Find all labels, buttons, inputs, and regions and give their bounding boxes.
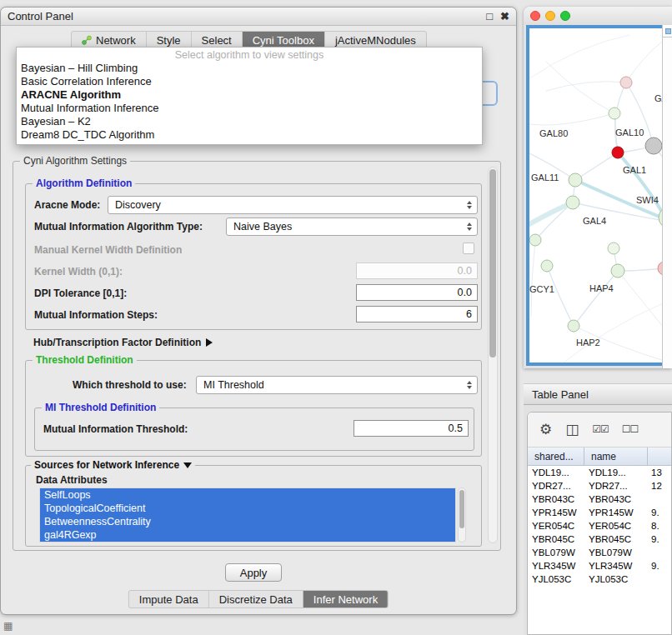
table-row[interactable]: YBR045C YBR045C 9. [528, 532, 671, 546]
network-node[interactable] [541, 260, 553, 272]
tab-network[interactable]: Network [72, 32, 147, 48]
cell-name: YJL053C [584, 574, 648, 584]
kernel-width-field[interactable]: 0.0 [356, 262, 478, 279]
table-row[interactable]: YDL19... YDL19... 13 [528, 466, 671, 479]
close-traffic-light[interactable] [530, 11, 540, 21]
cell-shared-name: YDL19... [528, 468, 584, 478]
table-panel-body: ⚙ ◫ ☑☑ ☐☐ shared... name YDL19... YDL19.… [524, 405, 672, 635]
table-row[interactable]: YBL079W YBL079W [528, 546, 671, 559]
attributes-scrollbar[interactable] [458, 488, 466, 542]
attribute-item[interactable]: BetweennessCentrality [40, 515, 455, 528]
expand-arrow-icon[interactable] [183, 462, 192, 468]
column-header-name[interactable]: name [584, 448, 648, 465]
zoom-traffic-light[interactable] [560, 11, 570, 21]
attribute-item[interactable]: SelfLoops [40, 488, 455, 502]
dropdown-placeholder-option[interactable]: Select algorithm to view settings [17, 49, 482, 62]
network-node[interactable] [566, 196, 579, 209]
network-edge[interactable] [574, 271, 618, 326]
tab-jactivemodules[interactable]: jActiveMNodules [325, 32, 426, 48]
control-panel-titlebar[interactable]: Control Panel □ ✖ [1, 8, 516, 26]
sources-group-title[interactable]: Sources for Network Inference [31, 459, 195, 471]
network-node-label: GAL11 [531, 172, 559, 182]
dpi-tolerance-field[interactable]: 0.0 [356, 284, 478, 301]
mi-threshold-value: 0.5 [449, 422, 463, 434]
network-node[interactable] [611, 264, 624, 278]
close-window-button[interactable]: ✖ [500, 11, 509, 22]
network-node[interactable] [612, 147, 624, 158]
network-node[interactable] [609, 108, 620, 119]
clear-selection-icon[interactable]: ☐☐ [622, 422, 639, 437]
minimize-traffic-light[interactable] [545, 11, 555, 21]
hub-definition-section[interactable]: Hub/Transcription Factor Definition [33, 335, 213, 350]
table-row[interactable]: YLR345W YLR345W 9. [528, 559, 671, 572]
table-row[interactable]: YER054C YER054C 8. [528, 519, 671, 532]
network-edge[interactable] [575, 152, 618, 180]
network-edge[interactable] [554, 303, 663, 362]
network-edge[interactable] [531, 240, 535, 316]
network-node[interactable] [569, 173, 582, 187]
tab-label: Infer Network [313, 593, 378, 606]
column-header-partial[interactable] [648, 448, 671, 465]
column-layout-icon[interactable]: ◫ [565, 422, 579, 437]
network-edge[interactable] [529, 113, 614, 125]
float-window-button[interactable]: □ [486, 11, 493, 22]
select-all-icon[interactable]: ☑☑ [592, 422, 609, 437]
network-edge[interactable] [529, 35, 629, 78]
gear-icon[interactable]: ⚙ [539, 422, 552, 437]
network-node-label: SWI4 [636, 195, 659, 205]
settings-scrollbar-thumb[interactable] [489, 169, 496, 358]
network-edge[interactable] [547, 266, 574, 326]
network-edge[interactable] [535, 202, 573, 240]
network-window-titlebar[interactable] [524, 7, 672, 25]
collapse-arrow-icon[interactable] [206, 338, 213, 347]
apply-button[interactable]: Apply [225, 563, 282, 582]
network-edge[interactable] [546, 82, 626, 91]
tab-discretize-data[interactable]: Discretize Data [209, 591, 303, 608]
algorithm-option[interactable]: Bayesian – Hill Climbing [17, 62, 482, 75]
which-threshold-select[interactable]: MI Threshold [196, 376, 478, 394]
panel-grid-icon[interactable]: ▦ [3, 620, 15, 632]
mi-steps-field[interactable]: 6 [356, 306, 478, 322]
network-edge[interactable] [529, 202, 573, 224]
algorithm-option[interactable]: Bayesian – K2 [17, 115, 482, 128]
network-canvas[interactable]: GAL7GAL80GAL10GAL1GAL11SWI4GAL4GCY1HAP4Y… [529, 28, 669, 362]
table-panel-header[interactable]: Table Panel [524, 383, 672, 405]
algorithm-option[interactable]: Basic Correlation Inference [17, 75, 482, 88]
tab-style[interactable]: Style [147, 32, 192, 48]
algorithm-option[interactable]: Mutual Information Inference [17, 102, 482, 115]
dpi-tolerance-label: DPI Tolerance [0,1]: [34, 288, 127, 299]
network-node[interactable] [620, 77, 632, 88]
network-node[interactable] [529, 234, 541, 246]
network-node-label: HAP2 [576, 338, 600, 348]
settings-group-title: Cyni Algorithm Settings [20, 155, 130, 167]
tab-impute-data[interactable]: Impute Data [129, 591, 209, 608]
network-edge[interactable] [618, 271, 669, 338]
network-edge[interactable] [546, 62, 614, 113]
network-canvas-frame: GAL7GAL80GAL10GAL1GAL11SWI4GAL4GCY1HAP4Y… [526, 25, 672, 366]
attribute-item[interactable]: TopologicalCoefficient [40, 502, 455, 515]
network-node[interactable] [645, 138, 662, 154]
mi-algorithm-type-select[interactable]: Naive Bayes [226, 218, 478, 236]
tab-select[interactable]: Select [192, 32, 243, 48]
algorithm-option[interactable]: Dream8 DC_TDC Algorithm [17, 128, 482, 142]
network-scrollbar[interactable] [662, 25, 672, 368]
table-row[interactable]: YPR145W YPR145W 9. [528, 506, 671, 519]
network-edge[interactable] [626, 41, 663, 82]
column-header-shared-name[interactable]: shared... [528, 448, 584, 465]
network-node[interactable] [568, 320, 579, 332]
table-row[interactable]: YJL053C YJL053C [528, 572, 671, 586]
manual-kernel-checkbox[interactable] [463, 242, 474, 254]
table-row[interactable]: YBR043C YBR043C [528, 492, 671, 506]
tab-infer-network[interactable]: Infer Network [303, 591, 388, 608]
attributes-scrollbar-thumb[interactable] [459, 490, 464, 528]
network-node[interactable] [608, 242, 619, 254]
algorithm-option-selected[interactable]: ARACNE Algorithm [17, 88, 482, 102]
data-attributes-list[interactable]: SelfLoops TopologicalCoefficient Between… [39, 488, 456, 542]
settings-scrollbar[interactable] [488, 167, 498, 543]
table-row[interactable]: YDR27... YDR27... 12 [528, 479, 671, 492]
tab-cyni-toolbox[interactable]: Cyni Toolbox [243, 32, 325, 48]
birdseye-view-button[interactable] [663, 25, 672, 38]
attribute-item[interactable]: gal4RGexp [40, 528, 455, 542]
mi-threshold-field[interactable]: 0.5 [354, 420, 469, 437]
aracne-mode-select[interactable]: Discovery [108, 196, 478, 214]
